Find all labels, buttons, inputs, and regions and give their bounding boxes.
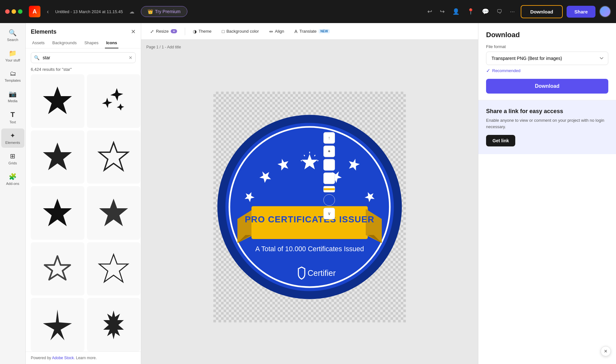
try-premium-button[interactable]: 👑 Try Premium — [141, 6, 187, 17]
sidebar-item-elements[interactable]: ✦ Elements — [1, 128, 24, 148]
sidebar-item-templates[interactable]: 🗂 Templates — [1, 67, 24, 86]
align-label: Align — [275, 29, 284, 34]
sidebar-item-label: Elements — [5, 141, 20, 145]
sidebar-item-media[interactable]: 📷 Media — [1, 87, 24, 106]
chevron-down-tool[interactable]: ∨ — [323, 208, 335, 219]
icon-item[interactable] — [31, 242, 84, 296]
tab-assets[interactable]: Assets — [31, 38, 46, 48]
share-link-title: Share a link for easy access — [486, 108, 608, 115]
translate-badge: NEW — [319, 29, 330, 33]
back-button[interactable]: ‹ — [44, 7, 51, 16]
translate-button[interactable]: A Translate NEW — [291, 27, 334, 36]
get-link-button[interactable]: Get link — [486, 135, 515, 146]
icon-item[interactable] — [87, 186, 141, 240]
svg-text:A Total of 10.000 Certificates: A Total of 10.000 Certificates Issued — [255, 245, 364, 253]
icon-item[interactable] — [87, 130, 141, 184]
svg-marker-9 — [43, 310, 72, 340]
search-input-icon: 🔍 — [34, 55, 39, 60]
minimize-traffic-light[interactable] — [12, 9, 16, 14]
tab-shapes[interactable]: Shapes — [83, 38, 100, 48]
text-icon: T — [11, 111, 15, 119]
theme-button[interactable]: ◑ Theme — [189, 27, 215, 36]
share-link-desc: Enable anyone to view or comment on your… — [486, 117, 608, 130]
badge-graphic: PRO CERTIFICATES ISSUER A Total of 10.00… — [213, 92, 406, 322]
star-tool[interactable]: ✦ — [323, 145, 335, 157]
resize-label: Resize — [156, 29, 169, 34]
adobe-logo: A — [29, 6, 40, 17]
search-clear-button[interactable]: ✕ — [129, 55, 133, 60]
panel-close-button[interactable]: ✕ — [131, 28, 136, 35]
avatar[interactable] — [599, 6, 611, 17]
star-solid-icon — [41, 85, 73, 117]
format-select[interactable]: Transparent PNG (Best for images) PNG JP… — [486, 52, 608, 65]
svg-text:Certifier: Certifier — [308, 269, 336, 277]
icon-item[interactable] — [31, 130, 84, 184]
sidebar-item-search[interactable]: 🔍 Search — [1, 26, 24, 45]
icon-item[interactable] — [31, 74, 84, 128]
svg-marker-6 — [43, 199, 72, 226]
svg-marker-1 — [110, 88, 123, 101]
svg-marker-5 — [99, 143, 128, 170]
download-top-button[interactable]: Download — [521, 5, 563, 18]
redo-button[interactable]: ↪ — [438, 6, 447, 17]
comment-icon[interactable]: 💬 — [480, 6, 491, 17]
icon-item[interactable] — [31, 298, 84, 352]
align-button[interactable]: ⇔ Align — [265, 27, 288, 36]
canvas-area: ⤢ Resize ✦ ◑ Theme □ Background color ⇔ … — [141, 23, 478, 364]
footer-powered-text: Powered by — [31, 356, 52, 360]
download-panel-button[interactable]: Download — [486, 79, 608, 94]
search-input[interactable] — [31, 52, 136, 63]
sidebar-item-addons[interactable]: 🧩 Add-ons — [1, 170, 24, 189]
sidebar-item-label: Your stuff — [5, 58, 20, 62]
move-up-tool[interactable]: ↑ — [323, 132, 335, 144]
results-count: 6,424 results for "star" — [26, 67, 141, 74]
traffic-lights — [5, 9, 22, 14]
star-outline-icon — [98, 141, 130, 173]
sidebar-item-grids[interactable]: ⊞ Grids — [1, 149, 24, 168]
more-options-icon[interactable]: ··· — [508, 6, 517, 17]
recommended-label: Recommended — [492, 68, 520, 73]
crown-icon: 👑 — [148, 9, 153, 14]
sidebar-item-text[interactable]: T Text — [1, 107, 24, 127]
location-icon[interactable]: 📍 — [465, 6, 476, 17]
yellow-strip-tool[interactable] — [323, 186, 335, 192]
icon-item[interactable] — [87, 242, 141, 296]
close-icon: ✕ — [604, 349, 608, 354]
page-number: Page 1 / 1 - — [146, 45, 166, 49]
translate-label: Translate — [299, 29, 317, 34]
fullscreen-traffic-light[interactable] — [18, 9, 22, 14]
elements-icon: ✦ — [10, 132, 15, 139]
star-solid2-icon — [41, 141, 73, 173]
svg-marker-8 — [99, 254, 128, 282]
undo-button[interactable]: ↩ — [425, 6, 434, 17]
empty-tool1[interactable] — [323, 159, 335, 170]
tab-backgrounds[interactable]: Backgrounds — [51, 38, 78, 48]
resize-button[interactable]: ⤢ Resize ✦ — [146, 27, 181, 36]
close-overlay-button[interactable]: ✕ — [601, 346, 611, 356]
templates-icon: 🗂 — [10, 70, 16, 77]
toolbar-divider — [185, 28, 185, 35]
share-button[interactable]: Share — [567, 6, 595, 18]
icon-item[interactable] — [31, 186, 84, 240]
bg-color-icon: □ — [222, 29, 224, 34]
sidebar-item-label: Templates — [4, 79, 21, 82]
tab-icons[interactable]: Icons — [105, 38, 118, 48]
add-title-link[interactable]: Add title — [167, 45, 181, 49]
bg-color-button[interactable]: □ Background color — [218, 27, 263, 36]
blue-circle-tool[interactable] — [323, 194, 335, 206]
media-icon: 📷 — [9, 90, 17, 98]
icon-item[interactable] — [87, 298, 141, 352]
svg-marker-0 — [43, 87, 72, 114]
document-title: Untitled - 13 March 2024 at 11.15.45 — [55, 9, 123, 14]
empty-tool2[interactable] — [323, 172, 335, 184]
star-outline-thin-icon — [98, 253, 130, 285]
sidebar-item-your-stuff[interactable]: 📁 Your stuff — [1, 46, 24, 65]
close-traffic-light[interactable] — [5, 9, 10, 14]
svg-marker-10 — [103, 310, 124, 339]
grids-icon: ⊞ — [10, 152, 15, 160]
chat-icon[interactable]: 🗨 — [495, 6, 504, 17]
adobe-stock-link[interactable]: Adobe Stock. — [52, 356, 75, 360]
canvas-card[interactable]: PRO CERTIFICATES ISSUER A Total of 10.00… — [213, 92, 406, 322]
icon-item[interactable] — [87, 74, 141, 128]
people-icon[interactable]: 👤 — [450, 6, 461, 17]
